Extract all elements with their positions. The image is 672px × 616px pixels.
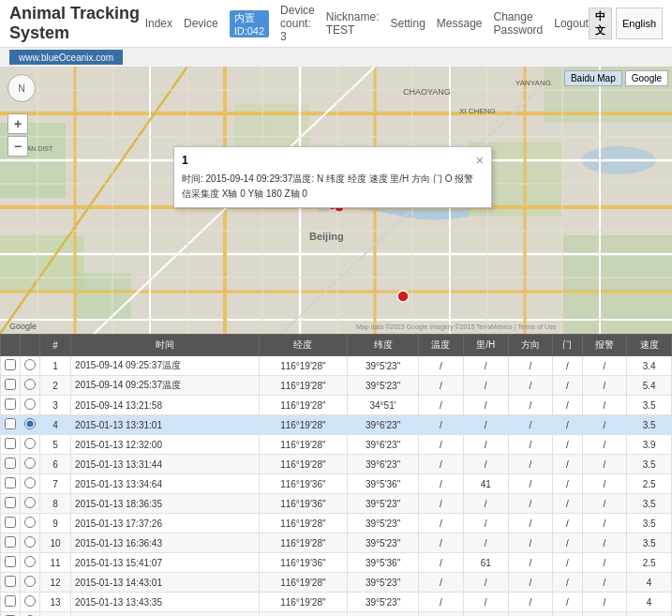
row-door: / [553, 612, 582, 617]
row-time: 2015-01-13 18:36:35 [71, 494, 260, 514]
row-dir: / [508, 494, 553, 514]
row-val: 3.4 [627, 356, 672, 376]
table-row[interactable]: 13 2015-01-13 13:43:35 116°19'28" 39°5'2… [1, 593, 672, 612]
row-dir: / [508, 376, 553, 396]
row-checkbox[interactable] [1, 415, 21, 435]
row-alarm: / [582, 376, 627, 396]
row-dir: / [508, 396, 553, 415]
popup-close-button[interactable]: × [476, 153, 484, 168]
row-checkbox[interactable] [1, 593, 21, 612]
row-alarm: / [582, 494, 627, 514]
nav-device[interactable]: Device [184, 17, 218, 30]
google-map-button[interactable]: Google [625, 70, 668, 86]
row-lng: 116°19'28" [259, 435, 347, 455]
col-checkbox [1, 335, 21, 356]
svg-text:Beijing: Beijing [309, 231, 344, 242]
table-row[interactable]: 5 2015-01-13 12:32:00 116°19'28" 39°6'23… [1, 435, 672, 455]
table-row[interactable]: 10 2015-01-13 16:36:43 116°19'28" 39°5'2… [1, 533, 672, 553]
row-radio[interactable] [21, 573, 40, 593]
row-temp: / [419, 376, 464, 396]
row-temp: / [419, 533, 464, 553]
col-lng: 经度 [259, 335, 347, 356]
row-radio[interactable] [21, 415, 40, 435]
row-val: 2.5 [627, 474, 672, 494]
row-val: 5.4 [627, 376, 672, 396]
row-checkbox[interactable] [1, 494, 21, 514]
row-temp: / [419, 455, 464, 474]
row-checkbox[interactable] [1, 553, 21, 573]
row-lng: 116°19'28" [259, 396, 347, 415]
row-checkbox[interactable] [1, 356, 21, 376]
row-lat: 39°5'23" [348, 356, 419, 376]
row-radio[interactable] [21, 593, 40, 612]
row-checkbox[interactable] [1, 573, 21, 593]
row-num: 8 [40, 494, 71, 514]
row-radio[interactable] [21, 514, 40, 533]
row-door: / [553, 514, 582, 533]
app-title: Animal Tracking System [9, 4, 145, 43]
table-row[interactable]: 12 2015-01-13 14:43:01 116°19'28" 39°5'2… [1, 573, 672, 593]
row-radio[interactable] [21, 455, 40, 474]
row-val: 3.9 [627, 435, 672, 455]
row-lat: 39°5'36" [348, 474, 419, 494]
table-container: # 时间 经度 纬度 温度 里/H 方向 门 报警 速度 1 2015-09-1… [0, 334, 672, 616]
nav-change-password[interactable]: Change Password [494, 10, 544, 37]
row-dir: / [508, 612, 553, 617]
nav-logout[interactable]: Logout [554, 17, 589, 30]
svg-text:XI CHENG: XI CHENG [459, 107, 496, 115]
nav-setting[interactable]: Setting [390, 17, 425, 30]
popup-number: 1 [182, 154, 188, 167]
row-checkbox[interactable] [1, 455, 21, 474]
row-num: 9 [40, 514, 71, 533]
table-row[interactable]: 6 2015-01-13 13:31:44 116°19'28" 39°6'23… [1, 455, 672, 474]
row-radio[interactable] [21, 553, 40, 573]
table-row[interactable]: 7 2015-01-13 13:34:64 116°19'36" 39°5'36… [1, 474, 672, 494]
row-checkbox[interactable] [1, 474, 21, 494]
row-radio[interactable] [21, 494, 40, 514]
row-temp: / [419, 396, 464, 415]
lang-en-button[interactable]: English [616, 8, 663, 39]
table-row[interactable]: 3 2015-09-14 13:21:58 116°19'28" 34°51' … [1, 396, 672, 415]
row-time: 2015-01-13 14:43:01 [71, 573, 260, 593]
row-radio[interactable] [21, 435, 40, 455]
row-checkbox[interactable] [1, 533, 21, 553]
row-checkbox[interactable] [1, 612, 21, 617]
zoom-controls: + − [7, 113, 28, 157]
row-dir: / [508, 533, 553, 553]
row-lng: 116°19'28" [259, 612, 347, 617]
row-speed: / [463, 435, 508, 455]
zoom-in-button[interactable]: + [7, 113, 28, 134]
row-radio[interactable] [21, 474, 40, 494]
table-row[interactable]: 11 2015-01-13 15:41:07 116°19'36" 39°5'3… [1, 553, 672, 573]
table-row[interactable]: 14 2015-01-13 12:43:24 116°19'28" 39°5'2… [1, 612, 672, 617]
row-num: 7 [40, 474, 71, 494]
nav-index[interactable]: Index [145, 17, 172, 30]
table-row[interactable]: 8 2015-01-13 18:36:35 116°19'36" 39°5'23… [1, 494, 672, 514]
row-radio[interactable] [21, 612, 40, 617]
row-val: 3.5 [627, 494, 672, 514]
row-checkbox[interactable] [1, 396, 21, 415]
row-radio[interactable] [21, 356, 40, 376]
table-row[interactable]: 9 2015-01-13 17:37:26 116°19'28" 39°5'23… [1, 514, 672, 533]
row-door: / [553, 415, 582, 435]
col-num: # [40, 335, 71, 356]
row-lat: 39°5'36" [348, 553, 419, 573]
zoom-out-button[interactable]: − [7, 136, 28, 157]
nav-message[interactable]: Message [437, 17, 483, 30]
row-speed: / [463, 356, 508, 376]
table-row[interactable]: 4 2015-01-13 13:31:01 116°19'28" 39°6'23… [1, 415, 672, 435]
lang-zh-button[interactable]: 中文 [589, 8, 612, 39]
row-checkbox[interactable] [1, 514, 21, 533]
row-lat: 39°5'23" [348, 573, 419, 593]
row-alarm: / [582, 415, 627, 435]
row-alarm: / [582, 396, 627, 415]
row-num: 10 [40, 533, 71, 553]
table-row[interactable]: 2 2015-09-14 09:25:37温度 116°19'28" 39°5'… [1, 376, 672, 396]
table-row[interactable]: 1 2015-09-14 09:25:37温度 116°19'28" 39°5'… [1, 356, 672, 376]
row-checkbox[interactable] [1, 376, 21, 396]
row-checkbox[interactable] [1, 435, 21, 455]
row-radio[interactable] [21, 376, 40, 396]
row-radio[interactable] [21, 533, 40, 553]
row-radio[interactable] [21, 396, 40, 415]
baidu-map-button[interactable]: Baidu Map [564, 70, 622, 86]
